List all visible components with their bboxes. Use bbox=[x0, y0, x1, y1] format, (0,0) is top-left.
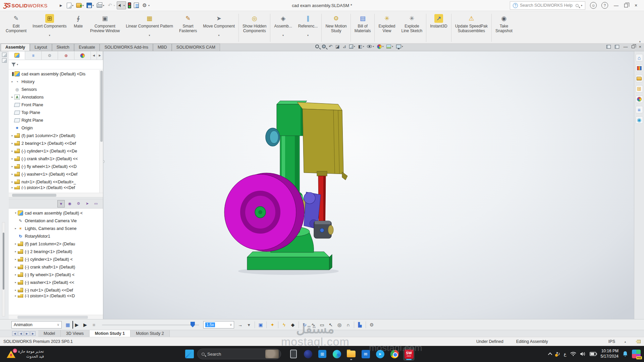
expand-arrow-icon[interactable]: ▸ bbox=[10, 157, 14, 160]
expand-arrow-icon[interactable]: ▸ bbox=[13, 281, 18, 284]
expand-arrow-icon[interactable]: ▾ bbox=[13, 212, 18, 215]
tree-row-annotations[interactable]: ▸ A Annotations bbox=[9, 93, 103, 101]
expand-arrow-icon[interactable]: ▸ bbox=[13, 258, 18, 261]
ribbon-button[interactable]: ◉ Take Snapshot bbox=[492, 12, 516, 43]
doc-minimize-button[interactable]: — bbox=[623, 44, 628, 49]
filter-caret-icon[interactable]: ▾ bbox=[17, 63, 18, 66]
taskbar-chrome-icon[interactable] bbox=[389, 347, 400, 361]
dropdown-caret-icon[interactable]: ▾ bbox=[392, 45, 393, 48]
clock[interactable]: 10:16 PM 5/17/2024 bbox=[601, 349, 619, 359]
tab-evaluate[interactable]: Evaluate bbox=[74, 44, 100, 51]
dropdown-caret-icon[interactable]: ▾ bbox=[49, 34, 50, 37]
motion-row-part[interactable]: ▸ (-) cylinder<1> (Default) < bbox=[9, 255, 103, 263]
dropdown-caret-icon[interactable]: ▾ bbox=[114, 4, 115, 7]
filter-selected-button[interactable]: ➤ bbox=[84, 200, 91, 207]
taskbar-edge-icon[interactable] bbox=[331, 347, 342, 361]
ribbon-button[interactable]: ⚠ Update SpeedPak Subassemblies bbox=[452, 12, 491, 43]
timeline-button[interactable]: ↖ bbox=[327, 321, 335, 329]
ribbon-button[interactable]: ↗ Instant3D bbox=[427, 12, 450, 43]
dropdown-caret-icon[interactable]: ▾ bbox=[123, 4, 125, 7]
wifi-icon[interactable] bbox=[570, 351, 576, 357]
tab-motion-study-1[interactable]: Motion Study 1 bbox=[90, 330, 131, 337]
slider-thumb[interactable] bbox=[191, 322, 195, 327]
play-button[interactable]: ▶ bbox=[81, 321, 89, 329]
timeline-button[interactable]: ▣ bbox=[257, 321, 265, 329]
motion-row-part[interactable]: ▸ (-) nut<1> (Default) <<Def bbox=[9, 286, 103, 294]
dropdown-caret-icon[interactable]: ▾ bbox=[382, 45, 384, 48]
panel-tab-scroll-right[interactable]: ▶ bbox=[97, 51, 103, 60]
start-button[interactable] bbox=[185, 350, 194, 358]
timeline-button[interactable]: ▙ bbox=[356, 321, 364, 329]
timeline-button[interactable]: ◆ bbox=[289, 321, 297, 329]
taskbar-telegram-icon[interactable]: ➤ bbox=[374, 347, 386, 361]
motion-row-motor[interactable]: ↻ RotaryMotor1 bbox=[9, 232, 103, 240]
ribbon-button[interactable]: ∮ Mate bbox=[69, 12, 87, 43]
ribbon-button[interactable]: ✎ Smart Fasteners bbox=[176, 12, 200, 43]
new-document-button[interactable]: ▾ bbox=[66, 2, 74, 9]
previous-view-button[interactable]: ↶ bbox=[329, 44, 332, 49]
save-button[interactable]: ▾ bbox=[86, 2, 95, 9]
dropdown-caret-icon[interactable]: ▾ bbox=[402, 45, 403, 48]
language-indicator[interactable]: ع bbox=[564, 352, 567, 357]
dropdown-caret-icon[interactable]: ▾ bbox=[282, 34, 284, 37]
ribbon-button[interactable]: ✎ Edit Component bbox=[3, 12, 30, 43]
collapsed-toolbar-icon[interactable] bbox=[2, 58, 7, 63]
ribbon-button[interactable]: ▣ Component Preview Window bbox=[87, 12, 123, 43]
dropdown-caret-icon[interactable]: ▾ bbox=[72, 4, 73, 7]
restore-button[interactable] bbox=[624, 4, 628, 7]
tree-row-part[interactable]: ▸ (-) crank shaft<1> (Default) << bbox=[9, 155, 103, 163]
timeline-button[interactable]: ◎ bbox=[335, 321, 343, 329]
tab-model[interactable]: Model bbox=[38, 330, 61, 337]
timeline-button[interactable]: ↻ bbox=[301, 321, 309, 329]
dropdown-caret-icon[interactable]: ▾ bbox=[363, 45, 364, 48]
expand-arrow-icon[interactable]: ▸ bbox=[10, 142, 14, 145]
tree-row-history[interactable]: ▸ ◔ History bbox=[9, 78, 103, 85]
dropdown-caret-icon[interactable]: ▾ bbox=[354, 45, 355, 48]
stop-button[interactable]: ■ bbox=[90, 321, 98, 329]
motion-row-part[interactable]: ▸ (-) 2 bearing<1> (Default) bbox=[9, 248, 103, 255]
taskbar-store-icon[interactable]: ⊞ bbox=[317, 347, 328, 361]
taskbar-phone-link-icon[interactable] bbox=[288, 347, 299, 361]
feature-tree-hscrollbar[interactable] bbox=[9, 193, 103, 197]
apply-scene-button[interactable]: ▾ bbox=[386, 45, 393, 49]
motion-row-part[interactable]: ▸ (-) piston<1> (Default) <<D bbox=[9, 294, 103, 298]
dropdown-caret-icon[interactable]: ▾ bbox=[93, 4, 94, 7]
ribbon-button[interactable]: ∥ Referenc... ▾ bbox=[295, 12, 321, 43]
pane-split-icon[interactable] bbox=[615, 45, 619, 49]
account-icon[interactable]: ☺ bbox=[590, 2, 597, 9]
ribbon-button[interactable]: ✳ Explode Line Sketch bbox=[398, 12, 426, 43]
tray-chevron-icon[interactable] bbox=[548, 352, 552, 357]
next-tab-button[interactable]: ▶ bbox=[24, 331, 30, 336]
ribbon-button[interactable]: ◎ Show Hidden Components bbox=[239, 12, 269, 43]
timeline-button[interactable]: ∩ bbox=[344, 321, 352, 329]
motion-tree-vscrollbar[interactable] bbox=[2, 222, 5, 316]
expand-arrow-icon[interactable]: ▸ bbox=[13, 265, 18, 268]
ribbon-button[interactable]: ➤ Move Component ▾ bbox=[200, 12, 238, 43]
status-units[interactable]: IPS bbox=[608, 339, 615, 344]
weather-widget[interactable]: 1 تحذير موجة حارة قيد الحدوث bbox=[5, 346, 46, 362]
study-type-select[interactable]: Animation ∨ bbox=[11, 321, 62, 328]
ribbon-button[interactable]: ⚙ New Motion Study bbox=[322, 12, 350, 43]
motion-filter-button[interactable]: ▼ bbox=[57, 200, 65, 207]
taskbar-solidworks-icon[interactable]: SW2023 bbox=[403, 347, 415, 361]
displaymanager-tab[interactable] bbox=[74, 51, 91, 60]
motion-row-root[interactable]: ▾ cad exam assembly (Default) < bbox=[9, 209, 103, 217]
configurationmanager-tab[interactable]: ⚙ bbox=[42, 51, 58, 60]
taskbar-search[interactable]: Search bbox=[197, 349, 281, 359]
ribbon-button[interactable]: ✳ Exploded View bbox=[375, 12, 398, 43]
motion-row-part[interactable]: ▸ (-) washer<1> (Default) << bbox=[9, 279, 103, 286]
expand-arrow-icon[interactable]: ▸ bbox=[13, 289, 18, 292]
zoom-to-area-button[interactable] bbox=[322, 45, 326, 48]
volume-icon[interactable] bbox=[580, 352, 586, 356]
expand-arrow-icon[interactable]: ▸ bbox=[10, 173, 14, 176]
panel-tab-scroll-left[interactable]: ◀ bbox=[91, 51, 97, 60]
expand-arrow-icon[interactable]: ▸ bbox=[10, 96, 14, 99]
print-button[interactable]: ▾ bbox=[96, 2, 105, 9]
filter-animated-button[interactable]: ◉ bbox=[66, 200, 73, 207]
timeline-button[interactable]: → bbox=[236, 321, 244, 329]
expand-arrow-icon[interactable]: ▸ bbox=[10, 149, 14, 153]
dimxpert-tab[interactable]: ⊕ bbox=[58, 51, 74, 60]
filter-driving-button[interactable]: ⚙ bbox=[75, 200, 82, 207]
first-tab-button[interactable]: ◀ bbox=[12, 331, 17, 336]
dropdown-caret-icon[interactable]: ▾ bbox=[218, 34, 220, 37]
